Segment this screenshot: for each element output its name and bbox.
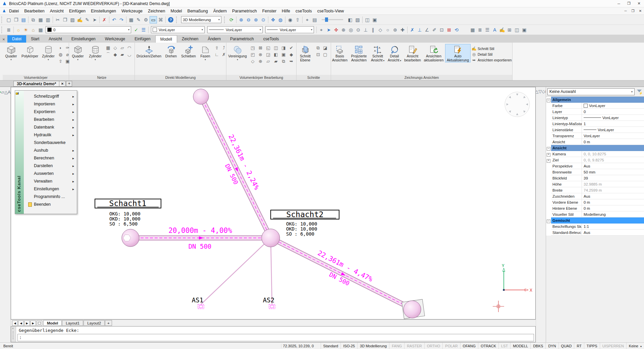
ribbon-small-icon[interactable]: ◰: [250, 51, 256, 58]
menu-item[interactable]: cseTools-View: [315, 9, 347, 13]
toolbar-icon[interactable]: ✎: [84, 16, 91, 23]
menu-item[interactable]: Zeichnen: [145, 9, 168, 13]
style-button[interactable]: ◎Detail Stil: [471, 52, 512, 57]
property-row[interactable]: Höhe 32.9885 m: [546, 181, 644, 187]
toolbar-icon[interactable]: ☀: [22, 26, 30, 34]
ribbon-small-icon[interactable]: ◧: [273, 51, 279, 58]
ribbon-small-icon[interactable]: ➥: [288, 58, 294, 64]
expand-toggle-icon[interactable]: [546, 121, 551, 127]
property-value[interactable]: 32.9885 m: [582, 181, 644, 187]
expand-toggle-icon[interactable]: [546, 133, 551, 139]
status-toggle[interactable]: DBKS: [530, 343, 545, 349]
toolbar-icon[interactable]: ≣: [5, 26, 12, 34]
snap-toolbar-icon[interactable]: ✜: [332, 26, 340, 34]
dock-tool-icon[interactable]: △: [536, 89, 538, 94]
csetools-menu-item[interactable]: Darstellen: [24, 162, 77, 169]
property-value[interactable]: Aus: [582, 193, 644, 199]
snap-toolbar-icon[interactable]: ⊥: [362, 26, 369, 34]
snap-toolbar-icon[interactable]: ◇: [377, 26, 384, 34]
panel-toolbar-icon[interactable]: ✍: [498, 26, 506, 34]
property-row[interactable]: Linienstärke VonLayer: [546, 127, 644, 133]
ribbon-tab[interactable]: Werkzeuge: [100, 35, 130, 43]
property-row[interactable]: Zuschneiden Aus: [546, 193, 644, 199]
ribbon-small-icon[interactable]: ◗: [57, 45, 64, 51]
ribbon-small-icon[interactable]: ⧉: [315, 45, 321, 51]
linetype-select[interactable]: VonLayer: [207, 26, 263, 33]
expand-toggle-icon[interactable]: [546, 211, 551, 217]
menu-item[interactable]: Ändern: [211, 9, 229, 13]
snap-toolbar-icon[interactable]: ∥: [369, 26, 377, 34]
ribbon-tab[interactable]: Ändern: [203, 35, 225, 43]
csetools-menu-item[interactable]: Exportieren: [24, 108, 77, 115]
panel-toolbar-icon[interactable]: A: [491, 26, 498, 34]
snap-toolbar-icon[interactable]: ➤: [325, 26, 332, 34]
toolbar-icon[interactable]: ▣: [371, 16, 378, 23]
layer-select[interactable]: 0: [46, 26, 131, 33]
property-value[interactable]: 39: [582, 175, 644, 181]
ribbon-tab[interactable]: Parametrisch: [225, 35, 259, 43]
menu-item[interactable]: Bearbeiten: [21, 9, 47, 13]
property-row[interactable]: Ansicht 0 m: [546, 139, 644, 145]
toolbar-icon[interactable]: ▦: [37, 16, 44, 23]
property-row[interactable]: Linientyp VonLayer: [546, 115, 644, 121]
workspace-select[interactable]: 3D Modellierung: [181, 16, 221, 23]
as1-structure[interactable]: [198, 304, 204, 309]
drehen-button[interactable]: Drehen: [163, 44, 179, 58]
ribbon-small-icon[interactable]: ◳: [250, 45, 256, 51]
toolbar-icon[interactable]: ▤: [20, 16, 27, 23]
property-value[interactable]: 0: [582, 109, 644, 114]
ribbon-small-icon[interactable]: ◠: [126, 45, 132, 51]
style-button[interactable]: ✍Schnitt Stil: [471, 46, 512, 51]
property-row[interactable]: Perspektive Aus: [546, 163, 644, 169]
model-space-icon[interactable]: [37, 320, 42, 326]
layout-tab[interactable]: Model: [43, 320, 62, 326]
property-row[interactable]: Breite 74.2599 m: [546, 187, 644, 193]
toolbar-icon[interactable]: ⊛: [252, 16, 260, 23]
ribbon-small-icon[interactable]: ▣: [280, 51, 287, 58]
dock-tool-icon[interactable]: ◇: [542, 89, 545, 94]
csetools-menu-item[interactable]: Berechnen: [24, 154, 77, 162]
property-row[interactable]: Visueller Stil Modellierung: [546, 211, 644, 217]
property-value[interactable]: 50 mm: [582, 169, 644, 175]
pin-icon[interactable]: ◀: [16, 91, 19, 95]
expand-toggle-icon[interactable]: [546, 115, 551, 121]
netz-zylinder-button[interactable]: Zylinder: [87, 44, 104, 61]
toolbar-icon[interactable]: ⌖: [304, 16, 311, 23]
property-value[interactable]: Aus: [582, 230, 644, 235]
expand-toggle-icon[interactable]: [546, 145, 551, 151]
toolbar-icon[interactable]: ☼: [15, 26, 22, 34]
property-value[interactable]: VonLayer: [582, 127, 644, 133]
property-row[interactable]: Allgemein: [546, 97, 644, 103]
toolbar-icon[interactable]: [268, 16, 268, 23]
ansichten-aktualisieren-button[interactable]: Ansichtenaktualisieren: [422, 44, 445, 62]
toolbar-icon[interactable]: ⧉: [30, 16, 37, 23]
panel-toolbar-icon[interactable]: ⊞: [506, 26, 513, 34]
status-toggle[interactable]: 3D Modellierung: [357, 343, 389, 349]
ribbon-small-icon[interactable]: ▢: [322, 51, 328, 58]
property-row[interactable]: Brennweite 50 mm: [546, 169, 644, 175]
edit-toolbar-icon[interactable]: ✐: [431, 26, 438, 34]
toolbar-icon[interactable]: ✥: [269, 16, 277, 23]
ribbon-small-icon[interactable]: ▰: [119, 51, 125, 58]
property-row[interactable]: Kamera 0, 0, 10.8275: [546, 151, 644, 157]
toolbar-icon[interactable]: ✎: [135, 16, 142, 23]
ribbon-small-icon[interactable]: ◱: [265, 45, 271, 51]
manhole-top[interactable]: [193, 89, 209, 104]
toolbar-icon[interactable]: [13, 27, 14, 33]
edit-toolbar-icon[interactable]: ⊡: [438, 26, 445, 34]
expand-toggle-icon[interactable]: [546, 103, 551, 109]
status-toggle[interactable]: ISO-25: [340, 343, 357, 349]
fasen-button[interactable]: Fasen: [198, 44, 213, 61]
toolbar-icon[interactable]: ➤: [91, 16, 98, 23]
color-select[interactable]: VonLayer: [151, 26, 205, 33]
expand-toggle-icon[interactable]: [546, 187, 551, 193]
toolbar-icon[interactable]: ⚙: [142, 16, 150, 23]
ribbon-small-icon[interactable]: ⇧: [214, 45, 220, 51]
layout-tab[interactable]: +: [105, 320, 112, 326]
navigation-compass[interactable]: [505, 92, 530, 117]
edit-toolbar-icon[interactable]: ⊠: [445, 26, 453, 34]
csetools-menu-item[interactable]: Programminfo ...: [24, 193, 77, 200]
property-value[interactable]: 0, 0, 10.8275: [582, 151, 644, 157]
csetools-menu-item[interactable]: Sonderbauwerke: [24, 139, 77, 146]
toolbar-icon[interactable]: ▥: [44, 16, 52, 23]
